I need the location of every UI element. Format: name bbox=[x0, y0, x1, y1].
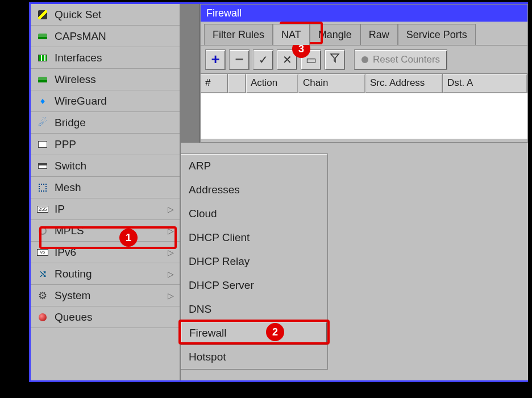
tab-service-ports[interactable]: Service Ports bbox=[398, 24, 476, 45]
sidebar-item-quickset[interactable]: Quick Set bbox=[31, 4, 180, 26]
chevron-right-icon: ▷ bbox=[168, 226, 174, 235]
sidebar-item-label: Interfaces bbox=[55, 52, 174, 64]
window-title: Firewall bbox=[201, 5, 527, 22]
submenu-item-dns[interactable]: DNS bbox=[181, 297, 327, 321]
divider-strip bbox=[181, 4, 200, 143]
ipv6-icon: v6 bbox=[36, 246, 49, 259]
reset-counters-label: Reset Counters bbox=[373, 54, 440, 65]
sidebar-item-label: CAPsMAN bbox=[55, 30, 174, 43]
add-button[interactable]: + bbox=[205, 49, 226, 70]
cross-icon: ✕ bbox=[282, 53, 292, 67]
sidebar-item-label: Quick Set bbox=[55, 9, 174, 21]
submenu-item-firewall[interactable]: Firewall bbox=[181, 321, 327, 345]
sidebar-item-bridge[interactable]: ☄ Bridge bbox=[31, 112, 180, 134]
sidebar: Quick Set CAPsMAN Interfaces Wireless ♦ … bbox=[31, 4, 181, 380]
minus-icon: − bbox=[235, 51, 243, 68]
sidebar-item-label: PPP bbox=[55, 138, 174, 151]
sidebar-item-mpls[interactable]: MPLS ▷ bbox=[31, 220, 180, 242]
bridge-icon: ☄ bbox=[36, 117, 49, 129]
wireless-icon bbox=[36, 73, 49, 86]
submenu-item-arp[interactable]: ARP bbox=[181, 154, 327, 178]
col-action[interactable]: Action bbox=[246, 74, 298, 93]
sidebar-item-label: Queues bbox=[55, 311, 174, 324]
check-icon: ✓ bbox=[259, 53, 268, 67]
ip-icon: 255 bbox=[36, 203, 49, 215]
sidebar-item-routing[interactable]: ⤭ Routing ▷ bbox=[31, 263, 180, 285]
firewall-window: Firewall Filter Rules NAT Mangle Raw Ser… bbox=[200, 4, 528, 143]
sidebar-item-ppp[interactable]: PPP bbox=[31, 134, 180, 155]
sidebar-item-label: IP bbox=[55, 203, 168, 215]
sidebar-item-ip[interactable]: 255 IP ▷ bbox=[31, 198, 180, 220]
sidebar-item-mesh[interactable]: Mesh bbox=[31, 177, 180, 198]
sidebar-item-label: IPv6 bbox=[55, 246, 168, 259]
sidebar-item-label: MPLS bbox=[55, 225, 168, 237]
chevron-right-icon: ▷ bbox=[168, 270, 174, 279]
reset-counters-button[interactable]: Reset Counters bbox=[354, 49, 447, 70]
sidebar-item-interfaces[interactable]: Interfaces bbox=[31, 47, 180, 69]
ip-submenu: ARP Addresses Cloud DHCP Client DHCP Rel… bbox=[180, 154, 328, 370]
col-blank[interactable] bbox=[228, 74, 246, 93]
submenu-item-dhcp-client[interactable]: DHCP Client bbox=[181, 226, 327, 250]
enable-button[interactable]: ✓ bbox=[253, 49, 273, 70]
tab-raw[interactable]: Raw bbox=[360, 24, 398, 45]
target-icon bbox=[361, 56, 368, 63]
chevron-right-icon: ▷ bbox=[168, 248, 174, 257]
queues-icon bbox=[36, 311, 49, 324]
wireguard-icon: ♦ bbox=[36, 95, 49, 107]
col-src-address[interactable]: Src. Address bbox=[365, 74, 443, 93]
sidebar-item-label: Switch bbox=[55, 160, 174, 172]
mesh-icon bbox=[36, 181, 49, 194]
ppp-icon bbox=[36, 138, 49, 151]
routing-icon: ⤭ bbox=[36, 268, 49, 280]
chevron-right-icon: ▷ bbox=[168, 205, 174, 214]
submenu-item-cloud[interactable]: Cloud bbox=[181, 202, 327, 226]
tab-nat[interactable]: NAT bbox=[273, 24, 310, 45]
col-dst-address[interactable]: Dst. A bbox=[443, 74, 527, 93]
table-body[interactable] bbox=[201, 93, 527, 139]
magic-wand-icon bbox=[36, 9, 49, 21]
mpls-icon bbox=[36, 225, 49, 237]
table-header: # Action Chain Src. Address Dst. A bbox=[201, 74, 527, 93]
comment-button[interactable]: ▭ bbox=[301, 49, 321, 70]
filter-button[interactable] bbox=[325, 49, 345, 70]
submenu-item-addresses[interactable]: Addresses bbox=[181, 178, 327, 202]
sidebar-item-wireguard[interactable]: ♦ WireGuard bbox=[31, 90, 180, 112]
sidebar-item-switch[interactable]: Switch bbox=[31, 155, 180, 177]
sidebar-item-wireless[interactable]: Wireless bbox=[31, 69, 180, 90]
plus-icon: + bbox=[211, 51, 219, 68]
sidebar-item-label: Wireless bbox=[55, 73, 174, 86]
sidebar-item-label: WireGuard bbox=[55, 95, 174, 107]
sidebar-item-ipv6[interactable]: v6 IPv6 ▷ bbox=[31, 242, 180, 263]
tabs: Filter Rules NAT Mangle Raw Service Port… bbox=[201, 22, 527, 45]
tab-mangle[interactable]: Mangle bbox=[310, 24, 360, 45]
tab-filter-rules[interactable]: Filter Rules bbox=[204, 24, 273, 45]
sidebar-item-label: System bbox=[55, 289, 168, 302]
switch-icon bbox=[36, 160, 49, 172]
sidebar-item-system[interactable]: ⚙ System ▷ bbox=[31, 285, 180, 306]
chevron-right-icon: ▷ bbox=[168, 291, 174, 300]
col-chain[interactable]: Chain bbox=[298, 74, 365, 93]
note-icon: ▭ bbox=[306, 53, 317, 67]
col-number[interactable]: # bbox=[201, 74, 228, 93]
sidebar-item-label: Routing bbox=[55, 268, 168, 280]
sidebar-item-queues[interactable]: Queues bbox=[31, 306, 180, 328]
capsman-icon bbox=[36, 30, 49, 43]
funnel-icon bbox=[330, 53, 340, 66]
system-icon: ⚙ bbox=[36, 289, 49, 302]
submenu-item-dhcp-server[interactable]: DHCP Server bbox=[181, 273, 327, 297]
sidebar-item-label: Mesh bbox=[55, 181, 174, 194]
remove-button[interactable]: − bbox=[229, 49, 250, 70]
submenu-item-hotspot[interactable]: Hotspot bbox=[181, 345, 327, 369]
disable-button[interactable]: ✕ bbox=[277, 49, 297, 70]
submenu-item-dhcp-relay[interactable]: DHCP Relay bbox=[181, 250, 327, 273]
toolbar: + − ✓ ✕ ▭ Reset Counters bbox=[201, 45, 527, 74]
sidebar-item-label: Bridge bbox=[55, 117, 174, 129]
sidebar-item-capsman[interactable]: CAPsMAN bbox=[31, 26, 180, 47]
interfaces-icon bbox=[36, 52, 49, 64]
